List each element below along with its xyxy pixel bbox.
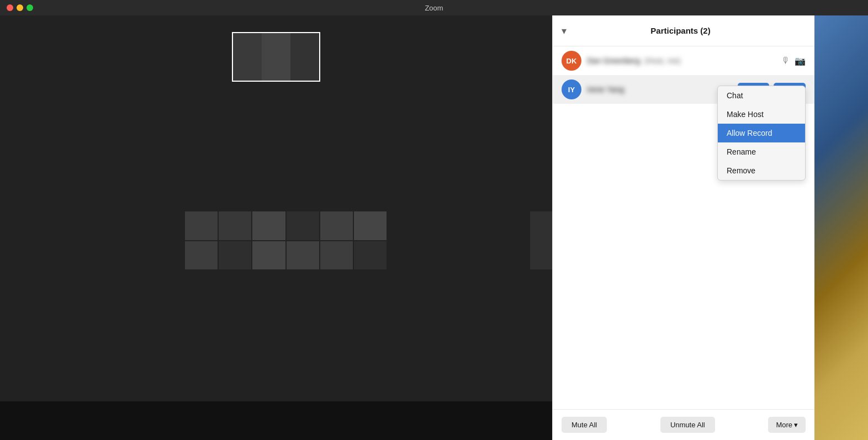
dropdown-menu: Chat Make Host Allow Record Rename Remov… — [717, 86, 806, 181]
thumb-block-3 — [290, 33, 319, 81]
avatar-iy: IY — [562, 79, 581, 99]
maximize-button[interactable] — [27, 4, 33, 11]
mute-all-button[interactable]: Mute All — [562, 417, 607, 433]
dropdown-item-rename[interactable]: Rename — [718, 142, 805, 161]
window-title: Zoom — [425, 4, 443, 12]
sidebar-footer: Mute All Unmute All More ▾ — [553, 409, 814, 440]
video-main-content — [185, 211, 387, 269]
participant-name-iy: Irene Yang — [587, 85, 738, 94]
video-icon: 📷 — [795, 56, 806, 66]
video-pixel-side — [530, 211, 552, 269]
video-pixel — [354, 211, 387, 240]
title-bar: Zoom — [0, 0, 868, 15]
video-pixel — [252, 211, 285, 240]
unmute-all-button[interactable]: Unmute All — [660, 417, 715, 433]
video-pixel — [287, 211, 319, 240]
footer-caret-icon: ▾ — [794, 421, 798, 429]
sidebar-header: ▾ Participants (2) — [553, 15, 814, 46]
video-pixel — [320, 241, 353, 270]
dropdown-item-allow-record[interactable]: Allow Record — [718, 124, 805, 142]
video-pixel — [219, 211, 251, 240]
video-pixel — [354, 241, 387, 270]
participant-item: DK Dan Greenberg (Host, me) 🎙 📷 — [553, 46, 814, 75]
participants-title: Participants (2) — [650, 26, 710, 35]
avatar-dk: DK — [562, 51, 581, 71]
video-bottom-bar — [0, 401, 552, 440]
video-pixel — [252, 241, 285, 270]
video-pixel — [320, 211, 353, 240]
participant-name-dk: Dan Greenberg (Host, me) — [587, 56, 781, 65]
video-pixel — [185, 211, 218, 240]
video-thumbnail — [232, 32, 320, 82]
dropdown-item-chat[interactable]: Chat — [718, 86, 805, 105]
mic-icon: 🎙 — [781, 56, 790, 66]
dropdown-item-make-host[interactable]: Make Host — [718, 105, 805, 124]
main-area: ▾ Participants (2) DK Dan Greenberg (Hos… — [0, 15, 868, 440]
video-pixel — [287, 241, 319, 270]
video-content — [0, 15, 552, 401]
video-pixel — [219, 241, 251, 270]
dropdown-item-remove[interactable]: Remove — [718, 161, 805, 180]
thumb-block-1 — [233, 33, 262, 81]
video-area — [0, 15, 552, 440]
participant-controls-dk: 🎙 📷 — [781, 56, 806, 66]
close-button[interactable] — [7, 4, 13, 11]
collapse-button[interactable]: ▾ — [562, 25, 567, 37]
sidebar: ▾ Participants (2) DK Dan Greenberg (Hos… — [552, 15, 814, 440]
traffic-lights — [7, 4, 33, 11]
footer-more-button[interactable]: More ▾ — [768, 417, 806, 433]
desktop-background — [814, 15, 868, 440]
thumb-block-2 — [262, 33, 290, 81]
minimize-button[interactable] — [17, 4, 23, 11]
video-pixel — [185, 241, 218, 270]
